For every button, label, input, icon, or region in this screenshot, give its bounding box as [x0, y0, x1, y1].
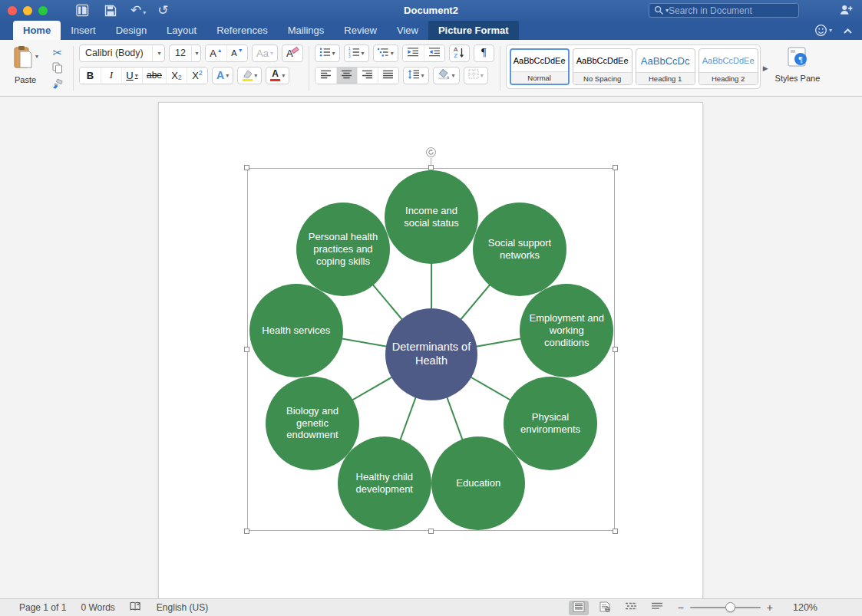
diagram-node[interactable]: Social support networks [473, 203, 566, 296]
align-right-button[interactable] [357, 68, 378, 84]
align-left-button[interactable] [315, 68, 336, 84]
feedback-smiley-button[interactable]: ▾ [814, 24, 832, 37]
style-chip[interactable]: AaBbCcDc Heading 1 [636, 48, 695, 85]
rotation-handle[interactable] [426, 147, 436, 157]
shrink-font-button[interactable]: A▼ [226, 45, 247, 61]
resize-handle-nw[interactable] [244, 165, 249, 170]
highlight-button[interactable]: ▾ [237, 67, 262, 84]
resize-handle-s[interactable] [428, 529, 434, 534]
redo-button[interactable]: ↺ [157, 4, 168, 18]
underline-button[interactable]: U▾ [121, 68, 142, 84]
save-button[interactable] [102, 4, 119, 18]
more-styles-button[interactable]: ▶ [761, 44, 771, 93]
diagram-node[interactable]: Biology and genetic endowment [266, 377, 359, 470]
paste-caret-icon[interactable]: ▾ [35, 53, 38, 60]
text-effects-button[interactable]: A▾ [212, 67, 233, 84]
font-name-combo[interactable]: Calibri (Body) ▾ [79, 44, 165, 62]
new-document-icon[interactable] [74, 4, 91, 18]
document-page[interactable]: Income and social statusSocial support n… [158, 102, 703, 598]
minimize-window-button[interactable] [23, 6, 32, 15]
ribbon-tab[interactable]: Review [334, 21, 387, 40]
style-chip[interactable]: AaBbCcDdEe Heading 2 [699, 48, 758, 85]
resize-handle-ne[interactable] [613, 165, 618, 170]
diagram-node[interactable]: Income and social status [385, 170, 478, 264]
resize-handle-e[interactable] [613, 347, 618, 352]
cut-button[interactable]: ✂ [49, 46, 66, 60]
subscript-button[interactable]: X2 [166, 68, 187, 84]
ribbon-tab[interactable]: Design [106, 21, 157, 40]
draft-view-button[interactable] [647, 601, 667, 615]
strikethrough-button[interactable]: abe [142, 68, 166, 84]
web-layout-view-button[interactable] [595, 601, 615, 615]
page-count[interactable]: Page 1 of 1 [19, 602, 66, 613]
zoom-window-button[interactable] [38, 6, 48, 15]
style-chip[interactable]: AaBbCcDdEe Normal [510, 48, 570, 85]
sort-button[interactable]: AZ [449, 44, 470, 62]
styles-pane-button[interactable]: ¶ Styles Pane [771, 44, 824, 93]
diagram-node[interactable]: Physical environments [504, 377, 597, 470]
font-size-combo[interactable]: 12 ▾ [169, 44, 201, 62]
ribbon-tab[interactable]: Insert [61, 21, 106, 40]
copy-button[interactable] [49, 62, 66, 76]
ribbon-tab[interactable]: Mailings [278, 21, 335, 40]
increase-indent-button[interactable] [424, 45, 444, 61]
resize-handle-w[interactable] [244, 347, 249, 352]
zoom-level[interactable]: 120% [773, 602, 817, 613]
language-status[interactable]: English (US) [157, 602, 208, 613]
diagram-node[interactable]: Health services [249, 284, 343, 377]
print-layout-view-button[interactable] [569, 601, 589, 615]
resize-handle-se[interactable] [613, 529, 618, 534]
ribbon-tab[interactable]: Layout [157, 21, 206, 40]
proofing-status-icon[interactable] [130, 601, 142, 614]
clear-formatting-button[interactable]: A [282, 44, 303, 62]
resize-handle-sw[interactable] [244, 529, 249, 534]
search-box[interactable]: ▾ [649, 3, 799, 18]
diagram-node[interactable]: Healthy child development [338, 436, 431, 530]
ribbon-tab[interactable]: References [206, 21, 277, 40]
multilevel-list-button[interactable]: ▾ [373, 44, 398, 62]
collapse-ribbon-button[interactable] [843, 24, 853, 38]
caret-down-icon[interactable]: ▾ [143, 9, 146, 16]
bullets-button[interactable]: ▾ [315, 44, 340, 62]
diagram-node[interactable]: Education [431, 436, 525, 530]
line-spacing-button[interactable]: ▾ [403, 67, 429, 84]
change-case-button[interactable]: Aa▾ [252, 44, 278, 62]
show-paragraph-marks-button[interactable]: ¶ [474, 44, 494, 62]
close-window-button[interactable] [8, 6, 17, 15]
shrink-font-icon: A [231, 48, 236, 58]
shading-button[interactable]: ▾ [433, 67, 460, 84]
undo-button[interactable]: ↶▾ [130, 4, 146, 18]
share-button[interactable] [839, 4, 853, 19]
justify-button[interactable] [378, 68, 398, 84]
ribbon-tab[interactable]: Picture Format [428, 21, 519, 40]
borders-button[interactable]: ▾ [464, 67, 488, 84]
diagram-center-node[interactable]: Determinants of Health [385, 308, 477, 400]
decrease-indent-button[interactable] [403, 45, 424, 61]
paste-button[interactable]: ▾ Paste [8, 45, 43, 93]
word-count[interactable]: 0 Words [81, 602, 114, 613]
zoom-in-button[interactable]: + [767, 601, 773, 614]
ribbon-tab[interactable]: View [387, 21, 428, 40]
grow-font-button[interactable]: A▲ [206, 45, 226, 61]
resize-handle-n[interactable] [428, 165, 434, 170]
zoom-slider-thumb[interactable] [725, 602, 735, 612]
zoom-out-button[interactable]: − [678, 601, 684, 614]
style-chip[interactable]: AaBbCcDdEe No Spacing [573, 48, 632, 85]
diagram-node[interactable]: Employment and working conditions [520, 284, 613, 377]
window-controls [0, 6, 48, 15]
ribbon-tab[interactable]: Home [13, 21, 61, 40]
numbering-button[interactable]: 123 ▾ [344, 44, 369, 62]
align-center-button[interactable] [336, 68, 357, 84]
document-area[interactable]: Income and social statusSocial support n… [0, 97, 862, 598]
bold-button[interactable]: B [80, 68, 101, 84]
italic-button[interactable]: I [101, 68, 121, 84]
drawing-canvas[interactable]: Income and social statusSocial support n… [247, 168, 615, 531]
diagram-node[interactable]: Personal health practices and coping ski… [296, 203, 390, 296]
caret-down-icon: ▾ [270, 50, 273, 57]
search-input[interactable] [669, 5, 794, 16]
format-painter-button[interactable] [49, 78, 66, 92]
outline-view-button[interactable] [621, 601, 641, 615]
font-color-button[interactable]: A ▾ [266, 67, 289, 84]
zoom-slider[interactable] [690, 607, 761, 608]
superscript-button[interactable]: X2 [187, 68, 207, 84]
